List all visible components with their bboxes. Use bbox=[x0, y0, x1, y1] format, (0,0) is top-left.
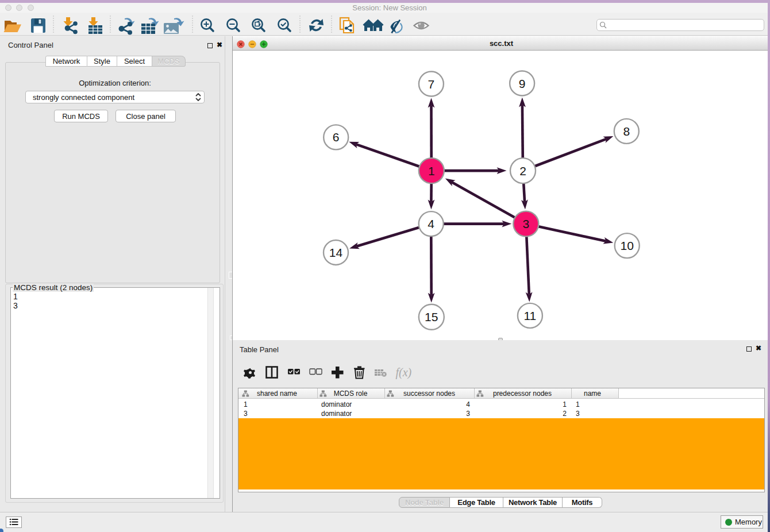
svg-text:2: 2 bbox=[519, 164, 526, 178]
svg-text:f(x): f(x) bbox=[396, 366, 412, 379]
svg-text:6: 6 bbox=[333, 130, 340, 144]
svg-text:8: 8 bbox=[623, 125, 630, 138]
svg-text:7: 7 bbox=[428, 78, 435, 91]
svg-text:1: 1 bbox=[428, 164, 435, 178]
svg-text:9: 9 bbox=[519, 77, 526, 90]
svg-text:10: 10 bbox=[621, 239, 634, 252]
svg-text:11: 11 bbox=[523, 309, 536, 322]
svg-text:4: 4 bbox=[428, 217, 434, 230]
svg-text:3: 3 bbox=[522, 217, 529, 230]
svg-text:14: 14 bbox=[329, 246, 343, 259]
svg-text:15: 15 bbox=[425, 310, 438, 323]
